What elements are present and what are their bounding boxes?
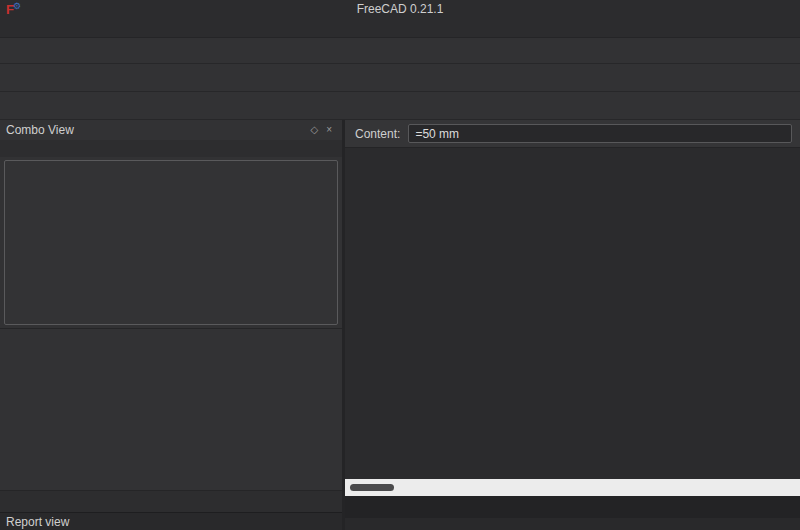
float-panel-icon[interactable]: ◇ bbox=[306, 124, 322, 135]
model-tree bbox=[4, 160, 338, 324]
scrollbar-thumb[interactable] bbox=[350, 484, 394, 491]
document-tab-bar bbox=[345, 496, 800, 518]
combo-view-title: Combo View bbox=[6, 123, 306, 137]
toolbar-structure-partdesign bbox=[0, 92, 800, 120]
property-editor bbox=[0, 328, 342, 490]
spreadsheet-grid bbox=[345, 148, 800, 479]
content-label: Content: bbox=[355, 127, 400, 141]
combo-view-header: Combo View ◇ × bbox=[0, 120, 342, 140]
toolbar-view bbox=[0, 64, 800, 92]
close-panel-icon[interactable]: × bbox=[322, 124, 336, 135]
model-tasks-tabs bbox=[0, 140, 342, 158]
cell-content-bar: Content: bbox=[345, 120, 800, 148]
freecad-window: F⚙ FreeCAD 0.21.1 Combo View ◇ × Report … bbox=[0, 0, 800, 530]
spreadsheet-view: Content: bbox=[345, 120, 800, 530]
bottom-strip bbox=[345, 518, 800, 530]
horizontal-scrollbar[interactable] bbox=[345, 479, 800, 496]
view-data-tabs bbox=[0, 490, 342, 512]
combo-view-panel: Combo View ◇ × Report view bbox=[0, 120, 342, 530]
report-view-header: Report view bbox=[0, 512, 342, 530]
menu-bar bbox=[0, 18, 800, 38]
title-bar: F⚙ FreeCAD 0.21.1 bbox=[0, 0, 800, 18]
toolbar-file-macro bbox=[0, 38, 800, 64]
cell-content-input[interactable] bbox=[408, 124, 792, 143]
window-title: FreeCAD 0.21.1 bbox=[0, 2, 800, 16]
